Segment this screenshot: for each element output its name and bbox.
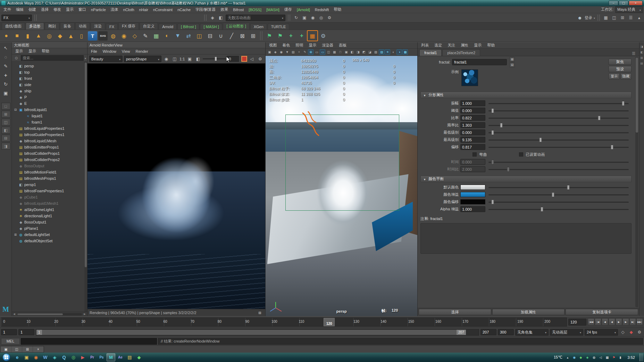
outliner-item[interactable]: ≈ liquid1 [12, 113, 87, 119]
menu-item[interactable]: 帮助 [331, 7, 344, 12]
attribute-slider[interactable] [488, 192, 629, 197]
command-language-toggle[interactable]: MEL [1, 338, 20, 345]
slider-value-field[interactable]: 0 [227, 56, 239, 62]
layout-persp-graph-icon[interactable]: ⊟ [1, 135, 10, 142]
outliner-item[interactable]: ▤ bifrostColliderProps2 [12, 157, 87, 163]
select-button[interactable]: 选择 [419, 309, 491, 315]
tray-usb-icon[interactable]: ▮ [618, 355, 623, 360]
menu-item[interactable]: 显示 [64, 7, 76, 12]
aov-selector[interactable]: Beauty [89, 56, 123, 62]
menu-item[interactable]: 选择 [39, 7, 51, 12]
shelf-tab[interactable]: 多边形 [26, 23, 44, 30]
safe-title-icon[interactable]: ▣ [343, 49, 349, 55]
fps-selector[interactable]: 24 fps [585, 329, 618, 336]
player-icon[interactable]: ▶ [78, 353, 87, 361]
use-all-lights-icon[interactable]: ☀ [385, 49, 390, 55]
poly-torus-icon[interactable]: ◎ [44, 31, 55, 41]
attribute-editor-scrollbar[interactable] [635, 57, 638, 307]
tray-cloud-icon[interactable]: ◍ [592, 355, 597, 360]
go-to-start-button[interactable]: |◀◀ [588, 318, 594, 326]
load-attributes-button[interactable]: 加载属性 [492, 309, 565, 315]
bridge-icon[interactable]: ∪ [216, 31, 226, 41]
shelf-tab[interactable]: 渲染 [91, 23, 105, 30]
filter-icon[interactable] [85, 56, 86, 60]
attribute-slider[interactable] [488, 206, 629, 212]
panel-split-icon[interactable]: ◫ [611, 14, 618, 21]
render-settings-gear-icon[interactable]: ⚙ [257, 56, 264, 62]
mute-animation-icon[interactable]: ◇ [619, 329, 626, 336]
layout-single-pane-icon[interactable]: □ [1, 103, 10, 110]
expander-icon[interactable]: ⊞ [14, 233, 17, 236]
thunder-icon[interactable]: ◈ [50, 353, 59, 361]
menu-item[interactable]: nConstraint [151, 7, 175, 12]
hide-button[interactable]: 隐藏 [620, 73, 632, 79]
qq-icon[interactable]: Q [60, 353, 68, 361]
menu-item[interactable]: Bifrost [231, 7, 246, 12]
menu-item[interactable]: 缓存 [282, 7, 294, 12]
delete-edge-icon[interactable]: ⊠ [237, 31, 248, 41]
current-frame-marker[interactable]: 120 [324, 318, 335, 326]
menu-item[interactable]: 渲染器 [319, 42, 336, 48]
region-crop-icon[interactable]: ▣ [186, 56, 193, 62]
poly-pipe-icon[interactable]: ▯ [76, 31, 87, 41]
outliner-item[interactable]: ◆ bifrostLiquid1Mesh [12, 138, 87, 144]
menu-item[interactable]: 关注 [445, 42, 458, 48]
mash-repro-icon[interactable]: + [286, 31, 296, 41]
step-forward-frame-button[interactable]: ▶ [622, 318, 629, 326]
attribute-editor-toggle-icon[interactable]: ◨ [641, 45, 643, 48]
image-plane-icon[interactable]: ▤ [290, 49, 296, 55]
ie-icon[interactable]: e [13, 353, 22, 361]
color-swatch[interactable] [460, 185, 485, 190]
menu-item[interactable]: nCloth [121, 7, 137, 12]
poly-plane-icon[interactable]: ◆ [55, 31, 65, 41]
photoshop-icon[interactable]: Ps [97, 353, 106, 361]
node-name-field[interactable]: fractal1 [452, 59, 507, 65]
gate-mask-icon[interactable]: ◫ [326, 49, 331, 55]
inflection-checkbox[interactable] [472, 152, 477, 157]
range-end-handle[interactable]: 207 [457, 330, 466, 335]
outliner-item[interactable]: ⊟ ▣ bifrostLiquid1 [12, 107, 87, 113]
outliner-item[interactable]: ☀ aiSkyDomeLight1 [12, 207, 87, 213]
attribute-value-field[interactable]: 0.817 [460, 144, 485, 150]
menu-item[interactable]: 视图 [266, 42, 279, 48]
color-swatch[interactable] [460, 199, 485, 204]
field-chart-icon[interactable]: ▦ [332, 49, 337, 55]
lasso-tool-icon[interactable]: ◌ [1, 53, 10, 61]
playback-range-bar[interactable]: 1 207 [36, 330, 466, 335]
menu-item[interactable]: Window [100, 49, 119, 54]
outliner-item[interactable]: ◆ E [12, 100, 87, 107]
slider-handle[interactable] [492, 200, 494, 204]
maximize-button[interactable]: ▢ [619, 1, 628, 6]
menu-item[interactable]: 面板 [336, 42, 349, 48]
zoom-1-1-button[interactable]: 1:1 [179, 57, 185, 61]
outliner-item[interactable]: ◆ BossOutput1 [12, 219, 87, 225]
outliner-item[interactable]: ◆ pCube1 [12, 194, 87, 200]
expander-icon[interactable]: ⊟ [14, 108, 17, 111]
shelf-tab[interactable]: 曲线/曲面 [2, 23, 25, 30]
layout-two-pane-icon[interactable]: ◫ [1, 119, 10, 126]
close-icon[interactable]: × [33, 346, 44, 352]
shelf-tab[interactable]: XGen [250, 24, 267, 30]
range-end-field[interactable]: 207 [480, 329, 496, 335]
attribute-slider[interactable] [488, 137, 629, 143]
shelf-tab[interactable]: 动画 [75, 23, 90, 30]
wechat-icon[interactable]: ◆ [135, 353, 143, 361]
sculpt-tool-icon[interactable]: ✎ [140, 31, 151, 41]
shadows-icon[interactable]: ◐ [391, 49, 396, 55]
type-tool-icon[interactable]: T [88, 31, 97, 41]
channel-box-toggle-icon[interactable]: ▥ [641, 56, 643, 59]
outliner-item[interactable]: ▤ bifrostLiquidProperties1 [12, 125, 87, 132]
anim-layer-selector[interactable]: 无动画层 [550, 329, 583, 336]
wireframe-on-shaded-icon[interactable]: ▧ [373, 49, 378, 55]
menu-item[interactable]: 字段/解算器 [193, 7, 218, 12]
scale-tool-icon[interactable]: ▣ [1, 89, 10, 97]
render-camera-selector[interactable]: perspShape [124, 56, 161, 62]
highlight-mode-icon[interactable]: ◧ [217, 14, 224, 21]
step-back-frame-button[interactable]: ◀ [602, 318, 608, 326]
attribute-slider[interactable] [488, 184, 629, 190]
menu-item[interactable]: nCache [175, 7, 193, 12]
poly-disc-icon[interactable]: ◍ [108, 31, 118, 41]
pin-tab-icon[interactable]: ⊟ [509, 62, 515, 67]
minimize-button[interactable]: – [609, 1, 618, 6]
mash-network-icon[interactable]: ⚑ [264, 31, 275, 41]
